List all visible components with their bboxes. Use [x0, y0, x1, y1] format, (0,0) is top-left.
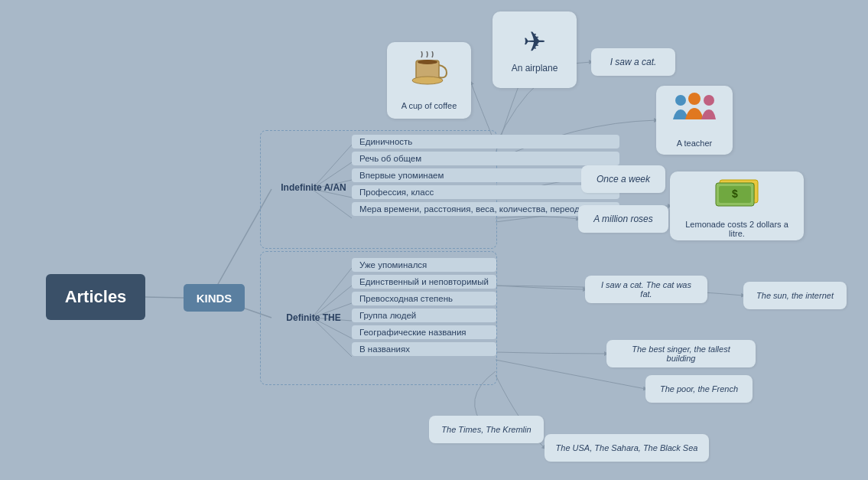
indef-item-3: Профессия, класс: [352, 185, 619, 199]
svg-point-16: [418, 60, 437, 64]
svg-point-15: [412, 77, 443, 84]
indefinite-label: Indefinite A/AN: [271, 182, 356, 193]
money-icon: $ $: [712, 174, 762, 215]
indefinite-items-list: Единичность Речь об общем Впервые упомин…: [352, 135, 619, 216]
million-card: A million roses: [578, 205, 668, 233]
definite-items-list: Уже упоминался Единственный и неповторим…: [352, 258, 496, 356]
once-card: Once a week: [581, 165, 665, 193]
def-item-2: Превосходная степень: [352, 292, 496, 305]
svg-text:$: $: [732, 188, 738, 200]
lemonade-card: $ $ Lemonade costs 2 dollars a litre.: [670, 171, 804, 240]
teacher-icon: [671, 93, 717, 134]
indef-item-2: Впервые упоминаем: [352, 168, 619, 182]
def-item-4: Географические названия: [352, 325, 496, 339]
kinds-node: KINDS: [184, 284, 245, 312]
times-card: The Times, The Kremlin: [429, 416, 544, 443]
i-saw2-card: I saw a cat. The cat was fat.: [585, 276, 707, 303]
best-card: The best singer, the tallest building: [606, 340, 756, 367]
airplane-icon: ✈: [523, 26, 546, 58]
svg-line-0: [145, 297, 184, 298]
coffee-label: A cup of coffee: [401, 101, 457, 110]
definite-label: Definite THE: [271, 312, 356, 323]
indef-item-0: Единичность: [352, 135, 619, 149]
svg-point-18: [688, 93, 701, 105]
usa-card: The USA, The Sahara, The Black Sea: [545, 434, 709, 462]
coffee-card: A cup of coffee: [387, 42, 471, 119]
teacher-label: A teacher: [677, 139, 712, 148]
sun-card: The sun, the internet: [743, 282, 847, 309]
poor-card: The poor, the French: [645, 375, 753, 403]
def-item-1: Единственный и неповторимый: [352, 275, 496, 289]
articles-node: Articles: [46, 274, 145, 320]
svg-point-19: [704, 95, 714, 106]
def-item-3: Группа людей: [352, 309, 496, 322]
indef-item-1: Речь об общем: [352, 152, 619, 165]
lemonade-label: Lemonade costs 2 dollars a litre.: [681, 220, 792, 238]
svg-point-17: [675, 95, 686, 106]
coffee-icon: [410, 51, 448, 96]
teacher-card: A teacher: [656, 86, 733, 155]
i-saw-card: I saw a cat.: [591, 48, 675, 76]
airplane-label: An airplane: [512, 63, 558, 73]
airplane-card: ✈ An airplane: [493, 11, 577, 88]
def-item-5: В названиях: [352, 342, 496, 356]
def-item-0: Уже упоминался: [352, 258, 496, 272]
